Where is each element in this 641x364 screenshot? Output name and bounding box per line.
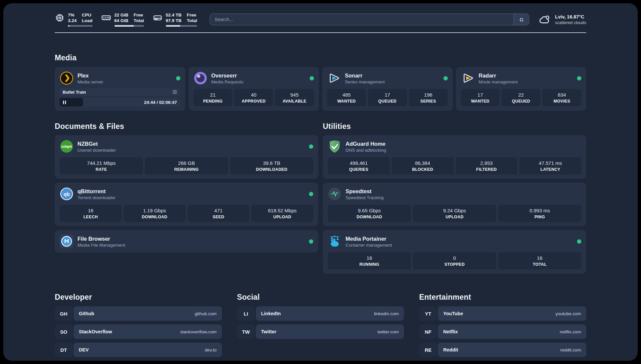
link-netflix[interactable]: NF Netflix netflix.com — [419, 324, 586, 339]
camera-icon — [172, 89, 177, 95]
sonarr-icon — [327, 71, 341, 85]
app-description: DNS and adblocking — [346, 148, 386, 153]
app-card-speedtest[interactable]: Speedtest Speedtest Tracking 9.65 GbpsDO… — [323, 183, 586, 226]
app-card-radarr[interactable]: Radarr Movie management 17WANTED 22QUEUE… — [456, 67, 587, 111]
link-name: Netflix — [443, 329, 458, 334]
section-title-social: Social — [237, 293, 404, 302]
link-name: DEV — [79, 347, 89, 352]
header-divider — [55, 32, 586, 33]
link-abbr: GH — [55, 306, 73, 321]
app-card-filebrowser[interactable]: File Browser Media File Management — [55, 230, 318, 253]
memory-icon — [101, 13, 111, 23]
speedtest-icon — [328, 187, 342, 201]
memory-progress-bar — [114, 25, 144, 27]
app-name: Radarr — [479, 72, 518, 79]
memory-total-label: Total — [134, 18, 144, 23]
pause-icon[interactable] — [63, 101, 66, 104]
link-github[interactable]: GH Github github.com — [55, 306, 222, 321]
app-name: Overseerr — [211, 72, 244, 79]
stat-tile: 618.52 MbpsUPLOAD — [251, 205, 313, 222]
link-linkedin[interactable]: LI LinkedIn linkedin.com — [237, 306, 404, 321]
stat-tile: 86,384BLOCKED — [392, 157, 454, 174]
disk-free: 52.4 TB — [166, 12, 182, 18]
link-abbr: LI — [237, 306, 255, 321]
link-dev-to[interactable]: DT DEV dev.to — [55, 343, 222, 357]
stat-tile: 498,461QUERIES — [328, 157, 390, 174]
stat-tile: 47.571 msLATENCY — [519, 157, 581, 174]
app-description: Media File Management — [77, 243, 125, 248]
stat-tile: 0STOPPED — [413, 252, 496, 269]
status-online-dot — [309, 144, 313, 149]
cpu-stat: 7% 3.24 CPU Load — [55, 12, 93, 27]
link-abbr: RE — [419, 343, 437, 357]
section-title-documents: Documents & Files — [55, 122, 318, 131]
app-description: Torrent downloader — [77, 195, 116, 200]
player-time: 24:44 / 02:06:47 — [144, 100, 180, 105]
link-name: LinkedIn — [261, 311, 281, 316]
player-progress-row[interactable]: 24:44 / 02:06:47 — [60, 98, 180, 106]
link-url: github.com — [195, 311, 217, 316]
status-online-dot — [577, 239, 581, 244]
stat-tile: 471SEED — [188, 205, 250, 222]
app-description: Movie management — [479, 79, 518, 84]
link-abbr: NF — [419, 324, 437, 339]
app-description: Container management — [346, 243, 392, 248]
stat-tile: 21PENDING — [194, 89, 232, 106]
stat-tile: 16LEECH — [60, 205, 122, 222]
status-online-dot — [176, 76, 180, 80]
scattered-clouds-icon — [538, 13, 551, 26]
cpu-load-label: Load — [82, 18, 92, 23]
app-name: NZBGet — [77, 140, 116, 147]
weather-widget: Lviv, 16.87°C scattered clouds — [538, 13, 586, 26]
cpu-progress-bar — [68, 25, 93, 27]
app-card-portainer[interactable]: Media Portainer Container management 16R… — [323, 230, 586, 274]
status-online-dot — [577, 76, 581, 80]
link-url: netflix.com — [560, 329, 581, 334]
disk-total: 97.9 TB — [166, 18, 182, 23]
link-url: dev.to — [205, 348, 217, 352]
app-card-overseerr[interactable]: Overseerr Media Requests 21PENDING 40APP… — [189, 67, 319, 111]
cpu-usage: 7% — [68, 12, 76, 18]
stat-tile: 196SERIES — [409, 89, 448, 106]
app-description: Media Requests — [211, 79, 244, 84]
link-youtube[interactable]: YT YouTube youtube.com — [419, 306, 586, 321]
stat-tile: 16TOTAL — [498, 252, 581, 269]
app-card-plex[interactable]: Plex Media server Bullet Train 24:44 / 0… — [55, 67, 185, 111]
link-reddit[interactable]: RE Reddit reddit.com — [419, 343, 586, 357]
disk-progress-bar — [166, 25, 197, 27]
weather-condition: scattered clouds — [555, 20, 586, 25]
link-name: Github — [79, 311, 94, 316]
status-online-dot — [309, 192, 313, 196]
app-name: Sonarr — [345, 72, 385, 79]
app-name: Media Portainer — [346, 235, 392, 242]
app-name: File Browser — [77, 235, 125, 242]
link-stackoverflow[interactable]: SO StackOverflow stackoverflow.com — [55, 324, 222, 339]
memory-total: 64 GiB — [114, 18, 129, 23]
link-twitter[interactable]: TW Twitter twitter.com — [237, 324, 404, 339]
svg-text:nzbget: nzbget — [61, 145, 72, 148]
radarr-icon — [461, 71, 475, 85]
app-description: Series management — [345, 79, 385, 84]
search-input[interactable] — [210, 14, 514, 25]
app-card-adguard[interactable]: AdGuard Home DNS and adblocking 498,461Q… — [323, 135, 586, 179]
app-card-nzbget[interactable]: nzbget NZBGet Usenet downloader 744.21 M… — [55, 135, 318, 179]
stat-tile: 485WANTED — [327, 89, 366, 106]
app-name: AdGuard Home — [346, 140, 386, 147]
now-playing-row: Bullet Train — [60, 88, 180, 96]
overseerr-icon — [194, 71, 207, 85]
stat-tile: 1.19 GbpsDOWNLOAD — [124, 205, 186, 222]
cpu-label: CPU — [82, 12, 92, 18]
link-name: Twitter — [261, 329, 276, 334]
qbittorrent-icon: qb — [60, 187, 74, 201]
search-engine-button[interactable]: G — [514, 14, 529, 25]
disk-free-label: Free — [187, 12, 197, 18]
app-card-qbittorrent[interactable]: qb qBittorrent Torrent downloader 16LEEC… — [55, 183, 318, 226]
link-url: stackoverflow.com — [180, 329, 216, 334]
stat-tile: 22QUEUED — [502, 89, 540, 106]
app-name: Plex — [77, 72, 103, 79]
app-name: qBittorrent — [77, 188, 116, 195]
nzbget-icon: nzbget — [60, 139, 74, 153]
stat-tile: 945AVAILABLE — [275, 89, 314, 106]
app-card-sonarr[interactable]: Sonarr Series management 485WANTED 17QUE… — [322, 67, 453, 111]
top-bar: 7% 3.24 CPU Load — [55, 12, 586, 27]
